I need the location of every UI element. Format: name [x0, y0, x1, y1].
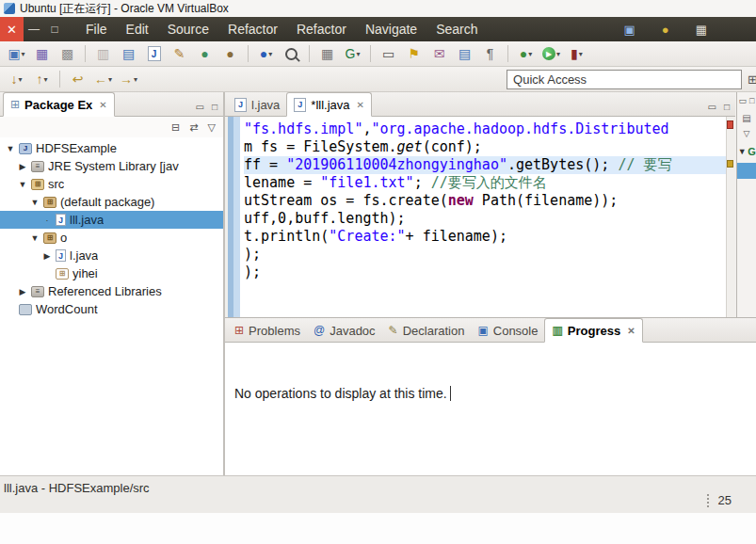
collapse-all-button[interactable]: ⊟ — [171, 121, 180, 134]
sliver-view-menu-icon[interactable]: ▽ — [737, 129, 756, 138]
view-tab-console[interactable]: ▣Console — [471, 319, 544, 342]
save-all-icon: ▩ — [61, 47, 73, 60]
code-area[interactable]: "fs.hdfs.impl","org.apache.hadoop.hdfs.D… — [244, 120, 726, 317]
maximize-editor-button[interactable]: □ — [724, 102, 730, 112]
tree-item-label: HDFSExample — [36, 141, 117, 155]
view-tab-label: Javadoc — [330, 324, 375, 338]
progress-view-content[interactable]: No operations to display at this time. — [225, 343, 756, 476]
new-wizard-button[interactable]: ▣▾ — [5, 43, 28, 65]
menu-source[interactable]: Source — [158, 17, 218, 41]
coverage-last-button[interactable]: ▥ — [91, 43, 115, 65]
view-tab-javadoc[interactable]: @Javadoc — [307, 319, 382, 342]
flashlight-button[interactable]: ⚑ — [402, 43, 426, 65]
code-line[interactable]: ); — [244, 264, 726, 281]
code-line[interactable]: "fs.hdfs.impl","org.apache.hadoop.hdfs.D… — [244, 120, 726, 138]
tree-item-referenced-libraries[interactable]: ▶≡Referenced Libraries — [0, 282, 223, 300]
expander-icon[interactable]: ▶ — [18, 287, 27, 296]
view-tab-declaration[interactable]: ✎Declaration — [382, 319, 472, 342]
save-button[interactable]: ▦ — [30, 43, 54, 65]
minimize-window-button[interactable]: — — [24, 23, 44, 36]
menu-refactor[interactable]: Refactor — [218, 17, 287, 41]
editor-tab-lll-java[interactable]: J*lll.java✕ — [286, 92, 372, 117]
web-browser-button[interactable]: G▾ — [341, 43, 364, 65]
close-view-icon[interactable]: ✕ — [99, 100, 106, 110]
input-method-indicator-icon[interactable]: ● — [662, 23, 669, 37]
search-button[interactable] — [280, 43, 303, 65]
code-line[interactable]: t.println("Create:"+ filename); — [244, 228, 726, 246]
tree-item-o[interactable]: ▼⊞o — [0, 229, 223, 247]
close-window-button[interactable]: ✕ — [0, 17, 24, 41]
occurrence-marker[interactable] — [727, 160, 733, 168]
tab-package-explorer[interactable]: ⊞ Package Ex ✕ — [3, 92, 115, 117]
maximize-window-button[interactable]: □ — [44, 23, 65, 36]
mail-button[interactable]: ✉ — [427, 43, 451, 65]
maximize-view-button[interactable]: □ — [212, 102, 217, 112]
tree-item-default-package[interactable]: ▼⊞(default package) — [0, 193, 223, 211]
view-menu-button[interactable]: ▽ — [208, 121, 216, 134]
expander-icon[interactable]: ▶ — [18, 162, 27, 171]
next-annotation-button[interactable]: ↓▾ — [5, 69, 28, 90]
code-line[interactable]: m fs = FileSystem.get(conf); — [244, 138, 726, 156]
outline-view-icon[interactable]: ▤ — [737, 113, 756, 123]
menu-file[interactable]: File — [76, 17, 117, 41]
code-line[interactable]: ); — [244, 246, 726, 264]
editor-tab-l-java[interactable]: Jl.java — [228, 93, 286, 116]
new-report-button[interactable]: ▤ — [117, 43, 140, 65]
sliver-selected-row[interactable] — [737, 163, 756, 179]
tree-item-src[interactable]: ▼⊞src — [0, 175, 223, 193]
save-all-button[interactable]: ▩ — [56, 43, 79, 65]
back-button[interactable]: ←▾ — [91, 69, 115, 90]
perspective-icon[interactable]: ⊞ — [748, 72, 756, 87]
display-indicator-icon[interactable]: ▣ — [624, 23, 635, 37]
view-tab-problems[interactable]: ⊞Problems — [228, 319, 307, 342]
previous-annotation-button[interactable]: ↑▾ — [30, 69, 54, 90]
sliver-maximize-button[interactable]: □ — [749, 96, 754, 105]
synchronize-button[interactable]: ● — [193, 43, 217, 65]
tree-item-lll-java[interactable]: ·Jlll.java — [0, 211, 223, 229]
code-line[interactable]: uff,0,buff.length); — [244, 210, 726, 228]
tree-item-hdfsexample[interactable]: ▼JHDFSExample — [0, 139, 223, 157]
annotate-button[interactable]: ✎ — [168, 43, 191, 65]
tree-item-yihei[interactable]: ⊞yihei — [0, 264, 223, 282]
menu-edit[interactable]: Edit — [117, 17, 158, 41]
terminal-button[interactable]: ▭ — [377, 43, 400, 65]
open-type-button[interactable]: ▦ — [315, 43, 339, 65]
quick-access-input[interactable] — [507, 70, 742, 89]
close-tab-icon[interactable]: ✕ — [357, 100, 364, 110]
debug-button[interactable]: ●▾ — [514, 43, 538, 65]
tree-item-wordcount[interactable]: WordCount — [0, 300, 223, 318]
keyboard-indicator-icon[interactable]: ▦ — [696, 23, 707, 37]
expander-icon[interactable]: ▼ — [30, 198, 40, 207]
new-java-class-button[interactable]: J — [142, 43, 166, 65]
tree-item-l-java[interactable]: ▶Jl.java — [0, 247, 223, 264]
error-marker[interactable] — [727, 120, 733, 129]
menu-search[interactable]: Search — [426, 17, 487, 41]
forward-button[interactable]: →▾ — [117, 69, 140, 90]
minimize-editor-button[interactable]: ▭ — [708, 102, 716, 112]
menu-navigate[interactable]: Navigate — [356, 17, 426, 41]
editor-body[interactable]: "fs.hdfs.impl","org.apache.hadoop.hdfs.D… — [225, 117, 735, 317]
link-with-editor-button[interactable]: ⇄ — [189, 121, 198, 134]
view-tab-progress[interactable]: ▥Progress✕ — [544, 318, 642, 343]
code-line-current[interactable]: ff = "201906110004zhongyinghao".getBytes… — [244, 156, 726, 174]
resize-handle[interactable] — [707, 494, 712, 507]
debug-user-button[interactable]: ●▾ — [254, 43, 278, 65]
new-document-button[interactable]: ▤ — [453, 43, 476, 65]
expander-icon[interactable]: ▼ — [18, 180, 27, 189]
code-line[interactable]: lename = "file1.txt"; //要写入的文件名 — [244, 174, 726, 192]
close-tab-icon[interactable]: ✕ — [627, 326, 635, 336]
run-button[interactable]: ▶▾ — [539, 43, 563, 65]
minimize-view-button[interactable]: ▭ — [196, 102, 204, 112]
team-share-button[interactable]: ● — [218, 43, 242, 65]
sliver-minimize-button[interactable]: ▭ — [739, 96, 748, 105]
code-line[interactable]: utStream os = fs.create(new Path(filenam… — [244, 192, 726, 210]
menu-refactor[interactable]: Refactor — [287, 17, 356, 41]
coverage-button[interactable]: ▮▾ — [565, 43, 588, 65]
last-edit-location-button[interactable]: ↩ — [66, 69, 89, 90]
show-whitespace-button[interactable]: ¶ — [478, 43, 502, 65]
tree-item-jre-system-library-jav[interactable]: ▶≡JRE System Library [jav — [0, 157, 223, 175]
expander-icon[interactable]: ▼ — [30, 233, 40, 243]
expander-icon[interactable]: ▼ — [6, 144, 15, 153]
expander-icon[interactable]: ▶ — [42, 251, 52, 261]
sliver-tree-fragment[interactable]: ▼ G — [737, 146, 756, 157]
